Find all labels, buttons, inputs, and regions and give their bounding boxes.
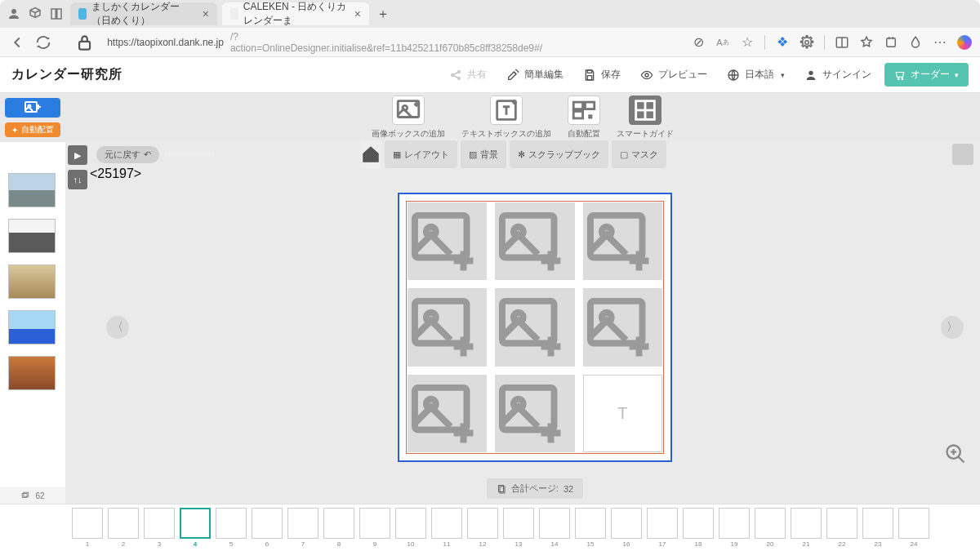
cube-icon[interactable] [28,7,42,21]
canvas: 〈 〉 T [90,181,980,473]
image-placeholder[interactable] [495,288,574,366]
page-number: 21 [803,540,810,548]
share-button[interactable]: 共有 [443,64,493,85]
profile-icon[interactable] [7,7,21,21]
filmstrip-page[interactable]: 22 [826,508,858,548]
page-thumb [252,508,283,539]
scrapbook-tab[interactable]: ✻スクラップブック [510,140,608,168]
save-button[interactable]: 保存 [577,64,627,85]
filmstrip-page[interactable]: 24 [898,508,929,548]
tray-image[interactable] [8,310,56,344]
main-area: 62 ▶ ↑↓ 元に戻す↶ ▦レイアウト ▨背景 ✻スクラップブック ▢マスク … [0,142,980,504]
zoom-in-button[interactable] [944,442,967,465]
filmstrip-page[interactable]: 15 [575,508,606,548]
image-placeholder[interactable] [583,288,662,366]
text-size-icon[interactable]: Aあ [715,35,730,50]
page-canvas[interactable]: T [398,193,672,462]
language-button[interactable]: 日本語▾ [720,64,791,85]
filmstrip-page[interactable]: 13 [503,508,534,548]
filmstrip-page[interactable]: 21 [791,508,822,548]
url-input[interactable]: https://taopixonl.dank.ne.jp/?action=Onl… [60,32,550,53]
easy-edit-button[interactable]: 簡単編集 [500,64,570,85]
layout-tab[interactable]: ▦レイアウト [385,140,457,168]
new-tab-button[interactable]: ＋ [374,5,392,23]
tracking-icon[interactable]: ⊘ [691,35,706,50]
undo-button[interactable]: 元に戻す↶ [96,146,159,163]
image-placeholder[interactable] [408,375,487,452]
close-icon[interactable]: × [354,7,361,20]
image-placeholder[interactable] [583,202,662,280]
workspaces-icon[interactable] [49,7,64,21]
image-placeholder[interactable] [408,202,487,280]
chevron-down-icon: ▾ [955,71,959,79]
prev-page-button[interactable]: 〈 [106,316,129,339]
image-plus-icon [408,288,487,366]
copilot-icon[interactable] [957,35,972,50]
page-thumb [647,508,678,539]
filmstrip-page[interactable]: 9 [359,508,390,548]
signin-button[interactable]: サインイン [798,64,878,85]
text-placeholder[interactable]: T [583,375,662,452]
filmstrip-page[interactable]: 8 [323,508,354,548]
order-button[interactable]: オーダー▾ [884,63,969,87]
filmstrip-page[interactable]: 12 [467,508,498,548]
sort-button[interactable]: ↑↓ [68,170,87,189]
filmstrip-page[interactable]: 4 [180,508,211,548]
collections-icon[interactable] [884,35,898,50]
image-placeholder[interactable] [495,202,574,280]
image-placeholder[interactable] [408,288,487,366]
filmstrip-page[interactable]: 2 [108,508,139,548]
smart-guide-button[interactable]: スマートガイド [617,96,674,140]
total-pages-chip[interactable]: 合計ページ: 32 [487,478,583,499]
refresh-button[interactable] [34,33,52,51]
home-button[interactable] [360,140,381,168]
image-placeholder[interactable] [495,375,574,452]
filmstrip-page[interactable]: 14 [539,508,570,548]
tray-image[interactable] [8,173,56,207]
svg-rect-41 [502,216,555,258]
filmstrip-page[interactable]: 6 [252,508,283,548]
extension-icon[interactable]: ❖ [775,35,790,50]
filmstrip-page[interactable]: 11 [431,508,462,548]
add-images-button[interactable] [5,98,60,118]
tray-image[interactable] [8,264,56,299]
tab-2[interactable]: CALEKEN - 日めくりカレンダーま × [222,2,369,25]
close-icon[interactable]: × [203,7,209,20]
panel-button[interactable] [952,144,973,165]
more-icon[interactable]: ⋯ [933,35,947,50]
filmstrip-page[interactable]: 7 [287,508,318,548]
tray-image[interactable] [8,219,56,253]
redo-button[interactable] [164,152,215,157]
favorites-icon[interactable] [859,35,874,50]
filmstrip-page[interactable]: 16 [611,508,642,548]
filmstrip-page[interactable]: 1 [72,508,103,548]
extensions-icon[interactable] [800,35,814,50]
collapse-button[interactable]: ▶ [68,145,87,165]
filmstrip-page[interactable]: 10 [395,508,426,548]
preview-button[interactable]: プレビュー [634,64,714,85]
filmstrip-page[interactable]: 18 [683,508,714,548]
filmstrip-page[interactable]: 5 [216,508,247,548]
filmstrip-page[interactable]: 3 [144,508,175,548]
svg-rect-34 [24,492,29,496]
filmstrip-page[interactable]: 17 [647,508,678,548]
tray-image[interactable] [8,356,56,390]
add-image-box-button[interactable]: 画像ボックスの追加 [372,96,445,140]
mask-tab[interactable]: ▢マスク [612,140,666,168]
tab-1[interactable]: ましかくカレンダー（日めくり） × [70,2,217,25]
add-text-box-button[interactable]: テキストボックスの追加 [461,96,551,140]
background-tab[interactable]: ▨背景 [461,140,506,168]
filmstrip-page[interactable]: 20 [755,508,786,548]
logo: カレンダー研究所 [11,66,122,83]
page-thumb [359,508,390,539]
drop-icon[interactable] [908,35,923,50]
split-icon[interactable] [835,35,849,50]
filmstrip-page[interactable]: 19 [719,508,750,548]
favorite-icon[interactable]: ☆ [740,35,755,50]
back-button[interactable] [8,33,26,51]
filmstrip-page[interactable]: 23 [862,508,893,548]
next-page-button[interactable]: 〉 [941,316,964,339]
auto-layout-button[interactable]: 自動配置 [568,96,600,140]
auto-layout-sidebar-button[interactable]: ✦自動配置 [5,122,60,137]
page-thumb [791,508,822,539]
